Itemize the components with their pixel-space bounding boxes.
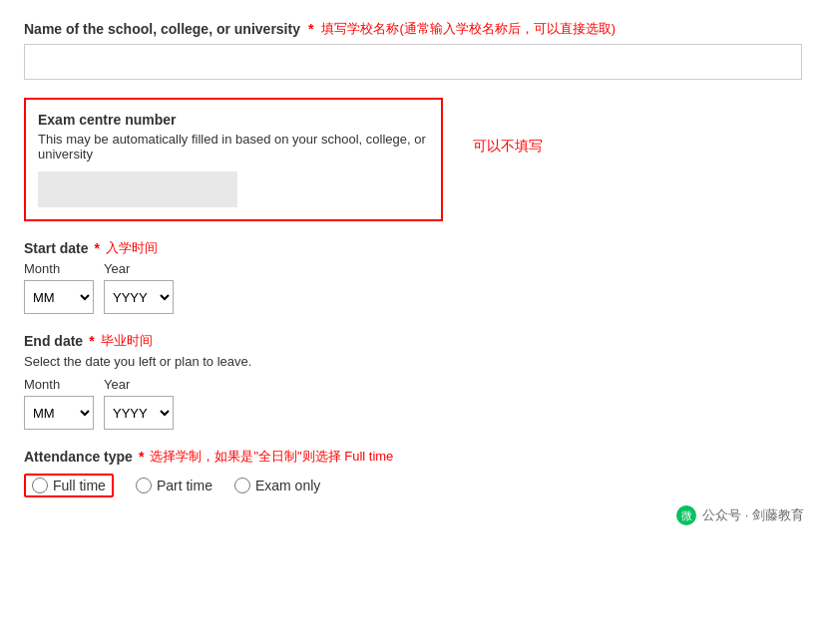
examonly-radio[interactable] (234, 478, 250, 493)
end-year-col: Year YYYY 202020212022202320242025 (104, 377, 174, 430)
attendance-radio-row: Full time Part time Exam only (24, 474, 804, 497)
end-year-select[interactable]: YYYY 202020212022202320242025 (104, 396, 174, 430)
end-month-select[interactable]: MM 01020304 05060708 09101112 (24, 396, 94, 430)
end-date-row: Month MM 01020304 05060708 09101112 Year… (24, 377, 804, 430)
start-date-required: * (95, 240, 100, 256)
examonly-option[interactable]: Exam only (234, 478, 320, 493)
footer: 微 公众号 · 剑藤教育 (24, 505, 804, 525)
attendance-label-text: Attendance type (24, 449, 133, 465)
start-month-col: Month MM 01020304 05060708 09101112 (24, 261, 94, 314)
school-label-text: Name of the school, college, or universi… (24, 21, 300, 37)
exam-centre-hint: 可以不填写 (473, 138, 543, 156)
fulltime-option[interactable]: Full time (24, 474, 114, 497)
start-month-label: Month (24, 261, 94, 276)
start-date-label-text: Start date (24, 240, 89, 256)
parttime-option[interactable]: Part time (136, 478, 212, 493)
end-date-hint: 毕业时间 (101, 332, 153, 350)
end-date-label: End date * 毕业时间 (24, 332, 804, 350)
attendance-section: Attendance type * 选择学制，如果是"全日制"则选择 Full … (24, 448, 804, 497)
start-month-select[interactable]: MM 01020304 05060708 09101112 (24, 280, 94, 314)
school-field-group: Name of the school, college, or universi… (24, 20, 804, 80)
end-month-col: Month MM 01020304 05060708 09101112 (24, 377, 94, 430)
attendance-hint: 选择学制，如果是"全日制"则选择 Full time (150, 448, 393, 466)
start-year-select[interactable]: YYYY 202020212022202320242025 (104, 280, 174, 314)
attendance-required: * (139, 449, 144, 465)
wechat-text: 公众号 · 剑藤教育 (702, 506, 804, 524)
exam-centre-row: Exam centre number This may be automatic… (24, 98, 804, 239)
start-date-section: Start date * 入学时间 Month MM 01020304 0506… (24, 239, 804, 314)
exam-centre-box: Exam centre number This may be automatic… (24, 98, 443, 221)
end-year-label: Year (104, 377, 174, 392)
end-date-desc: Select the date you left or plan to leav… (24, 354, 804, 369)
end-date-label-text: End date (24, 333, 83, 349)
start-date-hint: 入学时间 (106, 239, 158, 257)
parttime-radio[interactable] (136, 478, 152, 493)
end-date-required: * (89, 333, 94, 349)
attendance-label: Attendance type * 选择学制，如果是"全日制"则选择 Full … (24, 448, 804, 466)
end-month-label: Month (24, 377, 94, 392)
start-date-label: Start date * 入学时间 (24, 239, 804, 257)
start-year-label: Year (104, 261, 174, 276)
school-required-star: * (308, 21, 313, 37)
wechat-badge: 微 公众号 · 剑藤教育 (676, 505, 804, 525)
school-input[interactable] (24, 44, 802, 80)
exam-centre-desc: This may be automatically filled in base… (38, 132, 429, 161)
parttime-label[interactable]: Part time (157, 478, 212, 493)
examonly-label[interactable]: Exam only (255, 478, 320, 493)
fulltime-radio[interactable] (32, 478, 48, 493)
exam-centre-input[interactable] (38, 171, 237, 207)
fulltime-label[interactable]: Full time (53, 478, 106, 493)
school-hint: 填写学校名称(通常输入学校名称后，可以直接选取) (321, 20, 616, 38)
exam-centre-title: Exam centre number (38, 112, 429, 128)
school-label: Name of the school, college, or universi… (24, 20, 804, 38)
end-date-section: End date * 毕业时间 Select the date you left… (24, 332, 804, 430)
start-date-row: Month MM 01020304 05060708 09101112 Year… (24, 261, 804, 314)
start-year-col: Year YYYY 202020212022202320242025 (104, 261, 174, 314)
wechat-icon: 微 (676, 505, 696, 525)
